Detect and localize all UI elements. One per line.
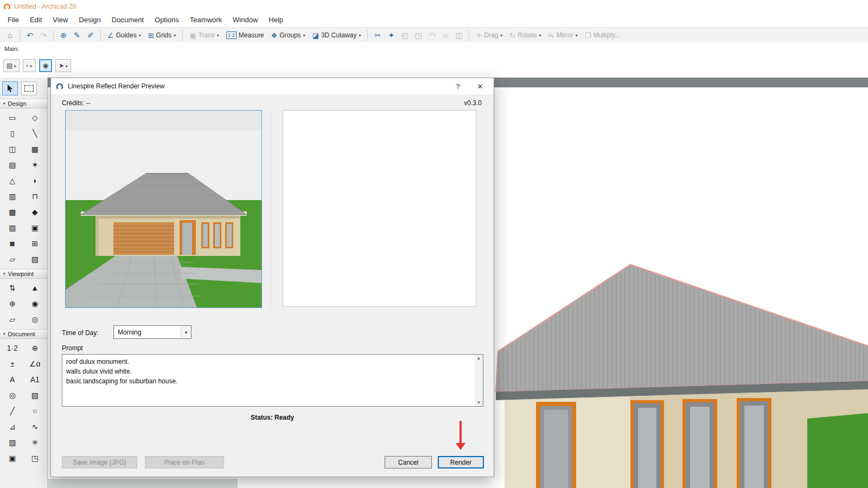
menu-options[interactable]: Options	[149, 13, 184, 27]
tool-glyph: ▯	[10, 129, 15, 138]
railing-tool[interactable]: ⊓	[24, 188, 47, 204]
window-title: Untitled - Archicad 28	[14, 3, 76, 10]
toolbox-section-design[interactable]: ▾ Design	[0, 99, 47, 108]
toolbox-section-document[interactable]: ▾ Document	[0, 329, 47, 339]
time-of-day-select[interactable]: Morning ▾	[113, 325, 192, 339]
rotate-button: ↻ Rotate ▾	[506, 29, 544, 41]
hotspot-tool[interactable]: ◎	[1, 387, 24, 403]
grids-button[interactable]: ⊞ Grids ▾	[145, 29, 180, 41]
menu-help[interactable]: Help	[263, 13, 289, 27]
textarea-scrollbar[interactable]: ▲ ▼	[475, 355, 483, 406]
help-button[interactable]: ?	[449, 78, 467, 94]
cancel-button[interactable]: Cancel	[385, 456, 432, 468]
close-button[interactable]: ✕	[470, 78, 490, 94]
slab-tool[interactable]: ◇	[24, 110, 47, 125]
select-arrow-button[interactable]	[2, 81, 18, 95]
measure-button[interactable]: 1·2 Measure	[223, 29, 267, 41]
scroll-down-icon[interactable]: ▼	[477, 400, 481, 405]
pasteboard: Main: ▤ ▸ ▫ ▸ ◉ ➤ ▸	[0, 42, 868, 78]
spline-tool[interactable]: ∿	[24, 419, 47, 434]
arc-tool[interactable]: ○	[24, 403, 47, 419]
toolbox-section-viewpoint[interactable]: ▾ Viewpoint	[0, 269, 47, 279]
truss-tool[interactable]: ▧	[24, 251, 47, 267]
zoom-to-selection-icon[interactable]: ⊕	[57, 29, 70, 41]
drawing-tool[interactable]: ◳	[24, 450, 47, 466]
groups-button[interactable]: ❖ Groups ▾	[268, 29, 309, 41]
dialog-titlebar[interactable]: Linespire Reflect Render Preview	[51, 78, 494, 94]
grid-element-tool[interactable]: ▱	[1, 251, 24, 267]
tool-glyph: ✶	[31, 160, 38, 169]
tool-glyph: ▨	[9, 223, 16, 232]
marquee-flyout-button[interactable]: ▫ ▸	[23, 59, 35, 72]
worksheet-tool[interactable]: ▱	[1, 311, 24, 327]
undo-icon[interactable]: ↶	[23, 29, 36, 41]
label-tool[interactable]: A1	[24, 371, 47, 387]
dimension-tool[interactable]: 1·2	[1, 340, 24, 356]
camera-tool[interactable]: ◉	[24, 296, 47, 311]
skylight-tool[interactable]: ◙	[1, 235, 24, 251]
menu-edit[interactable]: Edit	[24, 13, 47, 27]
render-output-panel	[283, 110, 476, 307]
pan-orbit-button[interactable]: ◉	[39, 59, 52, 72]
time-of-day-value: Morning	[114, 326, 181, 338]
trace-label: Trace	[199, 31, 215, 39]
morph-tool[interactable]: ◆	[24, 204, 47, 220]
time-of-day-label: Time of Day:	[62, 329, 99, 337]
line-tool[interactable]: ╱	[1, 403, 24, 419]
door-tool[interactable]: ◫	[1, 141, 24, 157]
viewport-bottom-bar	[48, 479, 238, 488]
3d-cutaway-button[interactable]: ◪ 3D Cutaway ▾	[309, 29, 365, 41]
detail-tool[interactable]: ◎	[24, 311, 47, 327]
elevation-tool[interactable]: ▲	[24, 280, 47, 296]
arrow-tool-flyout-button[interactable]: ➤ ▸	[55, 59, 71, 72]
home-icon[interactable]: ⌂	[3, 29, 16, 41]
menu-document[interactable]: Document	[106, 13, 149, 27]
radial-dimension-tool[interactable]: ⊕	[24, 340, 47, 356]
level-dimension-tool[interactable]: ±	[1, 356, 24, 371]
menu-window[interactable]: Window	[227, 13, 263, 27]
pickup-parameters-icon[interactable]: ✎	[71, 29, 84, 41]
interior-elevation-tool[interactable]: ⊕	[1, 296, 24, 311]
tool-glyph: ⇅	[9, 284, 16, 292]
polyline-tool[interactable]: ⊿	[1, 419, 24, 434]
toolbar-flyout-button[interactable]: ▤ ▸	[3, 59, 20, 72]
snap-tool[interactable]: ✳	[24, 434, 47, 450]
roof-tool[interactable]: △	[1, 172, 24, 188]
rotate-icon: ↻	[509, 31, 515, 40]
column-tool[interactable]: ▯	[1, 125, 24, 141]
adjust-icon[interactable]: ✦	[385, 29, 398, 41]
fill-tool[interactable]: ▨	[24, 387, 47, 403]
curtain-wall-tool[interactable]: ▥	[1, 188, 24, 204]
guides-button[interactable]: ∠ Guides ▾	[104, 29, 144, 41]
angle-dimension-tool[interactable]: ∠α	[24, 356, 47, 371]
hatch-tool[interactable]: ▧	[1, 434, 24, 450]
marquee-button[interactable]	[21, 81, 37, 95]
wall-tool[interactable]: ▭	[1, 110, 24, 125]
shell-tool[interactable]: ◗	[24, 172, 47, 188]
text-tool[interactable]: A	[1, 371, 24, 387]
figure-tool[interactable]: ▣	[1, 450, 24, 466]
document-tools-grid: 1·2 ⊕ ± ∠α A A1 ◎	[0, 339, 47, 468]
menu-design[interactable]: Design	[73, 13, 106, 27]
chevron-down-icon[interactable]: ▾	[181, 326, 191, 338]
menu-teamwork[interactable]: Teamwork	[184, 13, 227, 27]
split-icon[interactable]: ✂	[371, 29, 384, 41]
mesh-tool[interactable]: ▩	[1, 204, 24, 220]
inject-parameters-icon[interactable]: ✐	[84, 29, 97, 41]
opening-tool[interactable]: ⊞	[24, 235, 47, 251]
prompt-textarea[interactable]: roof dulux monument. walls dulux vivid w…	[62, 354, 483, 407]
render-preview-dialog: Linespire Reflect Render Preview ? ✕ Cre…	[50, 78, 494, 477]
window	[682, 399, 717, 488]
object-tool[interactable]: ▣	[24, 220, 47, 235]
lamp-tool[interactable]: ✶	[24, 157, 47, 172]
menu-file[interactable]: File	[2, 13, 24, 27]
section-tool[interactable]: ⇅	[1, 280, 24, 296]
zone-tool[interactable]: ▨	[1, 220, 24, 235]
beam-tool[interactable]: ╲	[24, 125, 47, 141]
stair-tool[interactable]: ▤	[1, 157, 24, 172]
main-toolbar: ⌂ ↶ ↷ ⊕ ✎ ✐ ∠ Guides ▾ ⊞ Grids ▾ ▣ Trace…	[0, 27, 868, 43]
scroll-up-icon[interactable]: ▲	[477, 356, 481, 361]
render-button[interactable]: Render	[438, 456, 484, 468]
window-tool[interactable]: ▦	[24, 141, 47, 157]
menu-view[interactable]: View	[47, 13, 73, 27]
